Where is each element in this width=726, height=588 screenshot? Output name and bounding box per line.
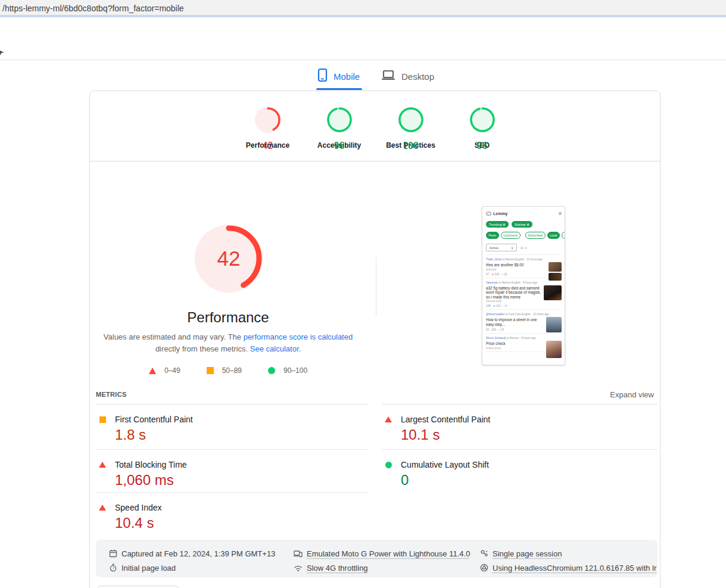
performance-description: Values are estimated and may vary. The p… bbox=[103, 331, 353, 355]
thumb-sort-row: Active∨ ⊙ ⚏ bbox=[486, 244, 562, 251]
metrics-heading: METRICS bbox=[96, 391, 127, 398]
thumb-post-4: Mener (he/saud) to Memes · 9 hours ago P… bbox=[486, 337, 562, 352]
tab-desktop[interactable]: Desktop bbox=[381, 64, 434, 88]
thumb-app-header: Lemmy ≡ bbox=[486, 207, 562, 216]
performance-score: 42 bbox=[255, 133, 281, 159]
tab-mobile[interactable]: Mobile bbox=[317, 64, 360, 88]
network-signal-icon bbox=[294, 564, 303, 572]
emulated-device: Emulated Moto G Power with Lighthouse 11… bbox=[294, 546, 480, 561]
chromium-icon bbox=[480, 564, 488, 572]
stopwatch-icon bbox=[109, 564, 117, 572]
see-calculator-link[interactable]: See calculator. bbox=[250, 344, 301, 353]
header-divider bbox=[0, 60, 726, 60]
fail-triangle-icon bbox=[98, 505, 107, 511]
fail-triangle-icon bbox=[149, 368, 156, 374]
thumb-app-title: Lemmy bbox=[493, 211, 508, 216]
metric-lcp: Largest Contentful Paint 10.1 s bbox=[382, 404, 658, 449]
cursor-artifact bbox=[0, 50, 4, 55]
fail-triangle-icon bbox=[384, 416, 392, 422]
performance-big-gauge: 42 bbox=[195, 225, 263, 293]
category-best-practices[interactable]: 100 Best Practices bbox=[375, 107, 447, 161]
url-text: /https-lemmy-ml/6bd0c8otbq?form_factor=m… bbox=[2, 4, 184, 13]
pass-circle-icon bbox=[268, 367, 275, 374]
desc-text-1: Values are estimated and may vary. The bbox=[104, 332, 244, 341]
overview-vertical-divider bbox=[376, 257, 376, 315]
fail-triangle-icon bbox=[98, 462, 107, 468]
page-load-type: Initial page load bbox=[109, 561, 294, 575]
tab-mobile-label: Mobile bbox=[334, 71, 360, 82]
captured-at: Captured at Feb 12, 2024, 1:39 PM GMT+13 bbox=[109, 546, 294, 561]
metrics-header: METRICS Expand view bbox=[96, 390, 658, 402]
metric-tbt-value: 1,060 ms bbox=[115, 472, 369, 489]
thumb-post-3: @brennysabler to Fuck Cars English · 13 … bbox=[486, 313, 562, 334]
chip-subscribed: Subscribed bbox=[525, 232, 546, 239]
chip-comments: Comments bbox=[501, 232, 521, 239]
thumb-action-pills: Trending ⊕ Sidebar ⊕ bbox=[486, 221, 562, 228]
metric-tbt: Total Blocking Time 1,060 ms bbox=[96, 449, 369, 492]
chevron-down-icon: ∨ bbox=[511, 246, 513, 250]
metric-fcp-value: 1.8 s bbox=[115, 427, 369, 443]
trending-pill: Trending ⊕ bbox=[486, 221, 509, 228]
average-square-icon bbox=[98, 416, 107, 423]
metric-lcp-value: 10.1 s bbox=[401, 427, 658, 443]
page-screenshot-thumbnail[interactable]: Lemmy ≡ Trending ⊕ Sidebar ⊕ Posts Comme… bbox=[482, 206, 565, 365]
chip-local: Local bbox=[547, 232, 560, 239]
next-section-partial bbox=[97, 586, 179, 588]
seo-gauge-icon: 96 bbox=[469, 107, 496, 133]
lemmy-mouse-icon bbox=[486, 211, 491, 216]
category-seo[interactable]: 96 SEO bbox=[447, 107, 518, 161]
big-gauge-score: 42 bbox=[195, 225, 263, 293]
score-calculated-link[interactable]: performance score is calculated bbox=[244, 332, 353, 341]
pagespeed-report-page: /https-lemmy-ml/6bd0c8otbq?form_factor=m… bbox=[0, 0, 726, 588]
category-performance[interactable]: 42 Performance bbox=[232, 107, 304, 161]
run-environment-box: Captured at Feb 12, 2024, 1:39 PM GMT+13… bbox=[96, 540, 658, 577]
legend-pass: 90–100 bbox=[268, 366, 307, 375]
metric-cls: Cumulative Layout Shift 0 bbox=[382, 449, 658, 492]
score-legend: 0–49 50–89 90–100 bbox=[90, 366, 366, 375]
post-1-image bbox=[549, 262, 562, 272]
post-1-image-2 bbox=[549, 273, 562, 281]
best-practices-score: 100 bbox=[398, 133, 424, 159]
sidebar-pill: Sidebar ⊕ bbox=[512, 221, 532, 228]
session-icon bbox=[480, 549, 488, 558]
post-3-image bbox=[546, 317, 562, 332]
post-2-image bbox=[544, 285, 562, 300]
calendar-icon bbox=[109, 549, 117, 558]
lighthouse-report-card: 42 Performance 96 Accessibility bbox=[89, 91, 660, 588]
legend-pass-range: 90–100 bbox=[283, 366, 307, 375]
laptop-icon bbox=[381, 69, 395, 83]
chip-posts: Posts bbox=[486, 232, 499, 239]
thumb-post-1: Trash_Ghost to Memes English · 11 hours … bbox=[486, 258, 562, 278]
form-factor-tabs: Mobile Desktop bbox=[0, 64, 726, 91]
browser-url-bar[interactable]: /https-lemmy-ml/6bd0c8otbq?form_factor=m… bbox=[0, 0, 726, 17]
best-practices-gauge-icon: 100 bbox=[398, 107, 424, 133]
pass-circle-icon bbox=[384, 462, 392, 468]
metric-cls-value: 0 bbox=[401, 472, 658, 489]
expand-view-button[interactable]: Expand view bbox=[610, 390, 654, 399]
metric-empty-cell bbox=[382, 492, 658, 536]
devices-icon bbox=[294, 549, 303, 558]
thumb-filter-chips: Posts Comments Subscribed Local All bbox=[486, 232, 562, 239]
tab-desktop-label: Desktop bbox=[401, 71, 434, 82]
metrics-grid: First Contentful Paint 1.8 s Largest Con… bbox=[96, 404, 658, 536]
category-scores-row: 42 Performance 96 Accessibility bbox=[90, 91, 660, 161]
performance-section-title: Performance bbox=[90, 309, 366, 326]
accessibility-gauge-icon: 96 bbox=[326, 107, 353, 133]
chip-all: All bbox=[562, 232, 565, 239]
category-accessibility[interactable]: 96 Accessibility bbox=[304, 107, 375, 161]
hamburger-icon: ≡ bbox=[559, 210, 562, 216]
thumb-post-2: Vasestute to Memes English · 5 hours ago… bbox=[486, 281, 562, 310]
legend-average: 50–89 bbox=[207, 366, 242, 375]
performance-gauge-icon: 42 bbox=[255, 107, 281, 133]
metric-fcp: First Contentful Paint 1.8 s bbox=[96, 404, 369, 449]
browser-version: Using HeadlessChromium 121.0.6167.85 wit… bbox=[480, 561, 658, 575]
metric-speed-index: Speed Index 10.4 s bbox=[96, 492, 369, 536]
phone-icon bbox=[317, 68, 328, 85]
lemmy-logo: Lemmy bbox=[486, 211, 508, 216]
desc-text-2: directly from these metrics. bbox=[155, 344, 250, 353]
session-type: Single page session bbox=[480, 546, 658, 561]
metric-si-value: 10.4 s bbox=[115, 515, 369, 531]
legend-average-range: 50–89 bbox=[222, 366, 242, 375]
throttling: Slow 4G throttling bbox=[294, 561, 480, 575]
post-4-image bbox=[546, 341, 562, 358]
